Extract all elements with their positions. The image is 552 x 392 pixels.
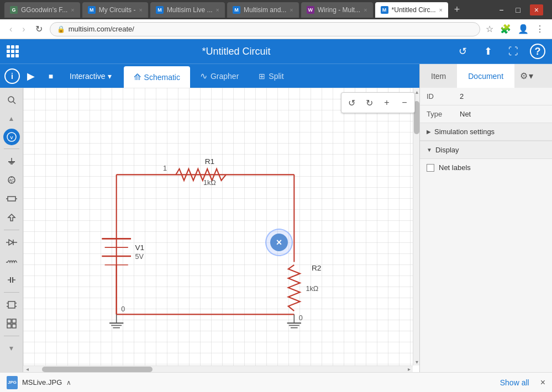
ground-tool[interactable] [2, 152, 21, 170]
app-grid-icon[interactable] [7, 45, 19, 57]
play-button[interactable]: ▶ [22, 67, 40, 85]
browser-tab-3[interactable]: M Multisim Live ... × [150, 2, 225, 18]
svg-text:V: V [10, 135, 13, 140]
fullscreen-button[interactable]: ⛶ [504, 43, 522, 60]
resistor-tool[interactable] [2, 190, 21, 208]
help-button[interactable]: ? [530, 44, 545, 59]
display-label: Display [435, 146, 459, 154]
browser-tab-5[interactable]: W Wiring - Mult... × [301, 2, 373, 18]
tab-close-1[interactable]: × [71, 7, 74, 13]
url-text: multisim.com/create/ [69, 25, 134, 33]
redo-button[interactable]: ↻ [361, 95, 377, 110]
svg-rect-31 [7, 319, 11, 323]
search-tool[interactable] [2, 91, 21, 109]
scroll-up-tool[interactable]: ▲ [2, 110, 21, 128]
horizontal-scroll-thumb[interactable] [42, 367, 153, 372]
more-tool[interactable] [2, 315, 21, 332]
svg-text:V1: V1 [135, 243, 144, 252]
schematic-icon: ⟰ [134, 72, 141, 82]
right-panel: ID 2 Type Net ▶ Simulation settings ▼ Di… [419, 88, 552, 372]
browser-tab-6[interactable]: M *Untitled Circ... × [375, 2, 448, 18]
split-tab[interactable]: ⊞ Split [249, 64, 293, 88]
id-value: 2 [460, 92, 545, 100]
schematic-tab[interactable]: ⟰ Schematic [124, 66, 190, 88]
interactive-button[interactable]: Interactive ▾ [62, 64, 119, 88]
show-all-button[interactable]: Show all [495, 378, 535, 387]
zoom-in-icon: + [384, 98, 389, 108]
capacitor-tool[interactable] [2, 271, 21, 289]
collapse-icon: ▶ [427, 129, 431, 135]
menu-button[interactable]: ⋮ [534, 23, 545, 35]
close-download-button[interactable]: × [540, 378, 545, 388]
svg-text:R1: R1 [205, 157, 215, 166]
forward-button[interactable]: › [19, 23, 28, 35]
document-tab[interactable]: Document [457, 64, 514, 88]
tab-close-3[interactable]: × [216, 7, 219, 13]
undo-button[interactable]: ↺ [344, 95, 359, 110]
canvas-toolbar: ↺ ↻ + − [341, 92, 415, 113]
canvas-area[interactable]: ↺ ↻ + − R1 [23, 88, 419, 372]
profile-button[interactable]: 👤 [517, 23, 530, 35]
ic-tool[interactable] [2, 296, 21, 314]
id-label: ID [427, 92, 460, 100]
arrow-tool[interactable] [2, 209, 21, 226]
scroll-down-tool[interactable]: ▼ [2, 340, 21, 357]
export-button[interactable]: ⬆ [479, 43, 497, 60]
display-header[interactable]: ▼ Display [420, 141, 552, 159]
browser-chrome: G GGoodwin's F... × M My Circuits - × M … [0, 0, 552, 19]
panel-settings-button[interactable]: ⚙ ▾ [514, 64, 539, 88]
tab-label-6: *Untitled Circ... [392, 6, 436, 14]
stop-button[interactable]: ■ [42, 67, 60, 85]
source-tool[interactable]: AC [2, 171, 21, 189]
grapher-tab[interactable]: ∿ Grapher [190, 64, 249, 88]
type-property: Type Net [420, 105, 552, 123]
browser-tab-2[interactable]: M My Circuits - × [82, 2, 148, 18]
inductor-tool[interactable] [2, 252, 21, 270]
browser-tab-4[interactable]: M Multisim and... × [227, 2, 299, 18]
voltmeter-tool[interactable]: V [3, 129, 20, 145]
svg-rect-13 [8, 197, 15, 201]
info-button[interactable]: i [4, 68, 20, 84]
bookmark-button[interactable]: ☆ [485, 23, 495, 35]
new-tab-button[interactable]: + [450, 3, 464, 17]
diode-tool[interactable] [2, 234, 21, 251]
address-bar: ‹ › ↻ 🔒 multisim.com/create/ ☆ 🧩 👤 ⋮ [0, 19, 552, 39]
split-icon: ⊞ [259, 72, 265, 81]
svg-text:1kΩ: 1kΩ [203, 179, 216, 187]
browser-tab-1[interactable]: G GGoodwin's F... × [4, 2, 80, 18]
net-labels-checkbox[interactable] [427, 164, 434, 172]
restore-button[interactable]: □ [513, 4, 523, 15]
scroll-down-button[interactable]: ▾ [413, 358, 419, 365]
minimize-button[interactable]: − [496, 4, 506, 15]
extensions-button[interactable]: 🧩 [499, 23, 512, 35]
schematic-label: Schematic [144, 73, 180, 82]
svg-line-1 [13, 102, 15, 104]
selection-bubble[interactable]: × [265, 229, 293, 256]
tab-close-2[interactable]: × [139, 7, 142, 13]
net-labels-row[interactable]: Net labels [427, 163, 545, 172]
net-labels-label: Net labels [439, 163, 471, 172]
tab-label-4: Multisim and... [244, 6, 286, 14]
tab-close-6[interactable]: × [439, 7, 443, 13]
back-button[interactable]: ‹ [7, 23, 15, 35]
type-label: Type [427, 110, 460, 118]
simulation-settings-header[interactable]: ▶ Simulation settings [420, 123, 552, 141]
tab-close-5[interactable]: × [364, 7, 367, 13]
scroll-left-button[interactable]: ◂ [23, 366, 31, 373]
zoom-out-icon: − [402, 98, 407, 108]
zoom-out-button[interactable]: − [397, 95, 412, 110]
zoom-in-button[interactable]: + [379, 95, 395, 110]
reload-button[interactable]: ↻ [33, 23, 45, 35]
scroll-right-button[interactable]: ▸ [405, 366, 413, 373]
horizontal-scrollbar[interactable]: ◂ ▸ [23, 365, 413, 372]
deselect-button[interactable]: × [270, 234, 288, 251]
simulation-settings-label: Simulation settings [434, 128, 495, 136]
share-button[interactable]: ↺ [454, 43, 471, 60]
split-label: Split [269, 72, 283, 81]
vertical-scrollbar[interactable]: ▴ ▾ [413, 88, 419, 365]
tab-close-4[interactable]: × [290, 7, 293, 13]
close-button[interactable]: × [530, 4, 543, 15]
expand-download-button[interactable]: ∧ [66, 379, 71, 386]
url-bar[interactable]: 🔒 multisim.com/create/ [50, 22, 480, 36]
item-tab[interactable]: Item [420, 64, 457, 88]
